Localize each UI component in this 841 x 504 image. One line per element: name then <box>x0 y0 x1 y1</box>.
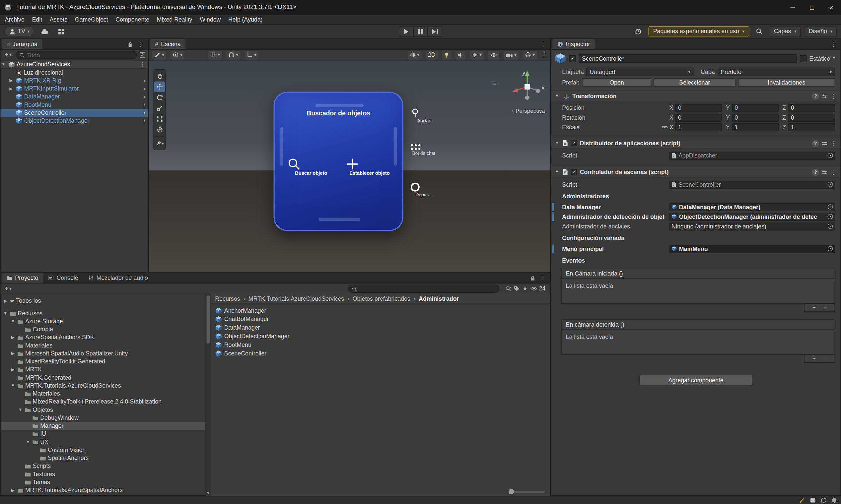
favorites-star-icon[interactable]: ★ <box>522 286 527 292</box>
close-icon[interactable]: × <box>822 0 841 15</box>
rotation-y-field[interactable]: 0 <box>732 113 778 121</box>
more-icon[interactable]: ⋮ <box>830 169 836 175</box>
breadcrumb-item[interactable]: MRTK.Tutorials.AzureCloudServices <box>248 296 344 302</box>
enabled-checkbox[interactable]: ✓ <box>571 140 577 146</box>
object-picker-icon[interactable] <box>828 214 833 219</box>
search-pick-icon[interactable] <box>139 52 145 58</box>
add-asset-button[interactable]: + ▾ <box>3 285 13 293</box>
more-icon[interactable]: ⋮ <box>830 41 836 47</box>
script-object-field[interactable]: # SceneController <box>669 180 835 188</box>
hierarchy-search[interactable] <box>16 51 137 59</box>
tag-dropdown[interactable]: Untagged ▾ <box>586 68 694 76</box>
gameobject-name-field[interactable]: SceneController <box>579 54 797 63</box>
move-tool[interactable] <box>154 82 165 92</box>
gizmos-dropdown[interactable]: ▾ <box>523 51 537 59</box>
hierarchy-item-prefab[interactable]: ▶ MRTK XR Rig › <box>1 77 148 85</box>
tree-item[interactable]: Materiales <box>1 390 205 398</box>
grid-visibility-dropdown[interactable]: ▾ <box>208 51 222 59</box>
lock-icon[interactable] <box>128 41 133 47</box>
layout-dropdown[interactable]: Diseño ▾ <box>805 26 837 36</box>
remove-event-button[interactable]: − <box>823 356 827 362</box>
favorites-item[interactable]: ▶ ★ Todos los <box>1 297 205 305</box>
tree-item[interactable]: MixedRealityToolkit.Generated <box>1 357 205 365</box>
more-icon[interactable]: ⋮ <box>830 140 836 146</box>
menu-assets[interactable]: Assets <box>46 15 71 24</box>
tree-item[interactable]: ▼MRTK.Tutorials.AzureCloudServices <box>1 382 205 390</box>
menu-help[interactable]: Help (Ayuda) <box>225 15 266 24</box>
scroll-down-icon[interactable]: ▼ <box>206 491 210 496</box>
tree-item[interactable]: ▶MRTK.Tutorials.AzureSpatialAnchors <box>1 486 205 494</box>
file-item[interactable]: AnchorManager <box>211 306 550 315</box>
tree-item[interactable]: Spatial Anchors <box>1 454 205 462</box>
rotation-z-field[interactable]: 0 <box>788 113 835 121</box>
anchor-button[interactable]: Anclar <box>410 108 438 123</box>
more-icon[interactable]: ⋮ <box>541 52 547 58</box>
hand-tool[interactable] <box>154 71 165 81</box>
add-event-button[interactable]: + <box>812 356 816 362</box>
object-field[interactable]: DataManager (Data Manager) <box>669 203 835 211</box>
account-dropdown[interactable]: TV ▾ <box>4 26 35 36</box>
set-object-button[interactable]: Establecer objeto <box>345 157 394 176</box>
rotation-x-field[interactable]: 0 <box>676 113 722 121</box>
maximize-icon[interactable]: □ <box>803 0 822 15</box>
prefab-select-button[interactable]: Seleccionar <box>654 78 735 87</box>
add-gameobject-button[interactable]: + ▾ <box>3 51 13 59</box>
menu-edit[interactable]: Edit <box>28 15 46 24</box>
tab-jerarquia[interactable]: ≡ Jerarquía <box>2 39 42 49</box>
lock-icon[interactable] <box>530 275 535 281</box>
tree-item[interactable]: Scripts <box>1 462 205 470</box>
script-object-field[interactable]: # AppDispatcher <box>669 151 835 160</box>
foldout-icon[interactable]: ▼ <box>554 170 560 174</box>
scene-lighting-toggle[interactable] <box>442 51 451 59</box>
console-status-icon[interactable] <box>810 497 816 503</box>
presets-icon[interactable] <box>822 169 828 175</box>
scrollbar-thumb[interactable] <box>206 295 210 344</box>
remove-event-button[interactable]: − <box>823 305 827 311</box>
pivot-dropdown[interactable]: ▾ <box>171 51 185 59</box>
open-prefab-icon[interactable]: › <box>143 110 145 116</box>
minimize-icon[interactable]: ─ <box>783 0 802 15</box>
tree-item[interactable]: MixedRealityToolkit.Prerelease.2.4.0.Sta… <box>1 398 205 406</box>
object-field[interactable]: ObjectDetectionManager (administrador de… <box>669 213 835 220</box>
tab-proyecto[interactable]: Proyecto <box>2 273 43 283</box>
custom-tool-dropdown[interactable]: ▾ <box>154 138 165 148</box>
menu-archivo[interactable]: Archivo <box>1 15 28 24</box>
label-icon[interactable] <box>514 286 520 292</box>
effects-dropdown[interactable]: ▾ <box>470 51 484 59</box>
app-dispatcher-component-header[interactable]: ▼ # ✓ Distribuidor de aplicaciones (scri… <box>551 138 840 148</box>
event-header[interactable]: En Cámara iniciada () <box>562 269 835 279</box>
chatbot-button[interactable]: Bot de chat <box>410 143 438 156</box>
tree-scrollbar[interactable]: ▼ <box>205 294 211 497</box>
shading-mode-dropdown[interactable]: ▾ <box>407 51 421 59</box>
file-item[interactable]: ObjectDetectionManager <box>211 332 550 341</box>
prefab-overrides-button[interactable]: Invalidaciones <box>738 78 835 87</box>
transform-tool[interactable] <box>154 124 165 135</box>
more-icon[interactable]: ⋮ <box>140 62 145 67</box>
open-prefab-icon[interactable]: › <box>143 118 145 124</box>
tree-item[interactable]: ▶Microsoft.SpatialAudio.Spatializer.Unit… <box>1 349 205 357</box>
object-picker-icon[interactable] <box>828 246 833 251</box>
play-button[interactable] <box>399 26 414 37</box>
foldout-icon[interactable]: ▼ <box>554 94 560 98</box>
menu-window[interactable]: Window <box>196 15 225 24</box>
object-picker-icon[interactable] <box>828 153 833 158</box>
2d-mode-toggle[interactable]: 2D <box>426 51 438 59</box>
position-y-field[interactable]: 0 <box>732 104 778 112</box>
file-item[interactable]: RootMenu <box>211 341 550 349</box>
hierarchy-search-input[interactable] <box>27 52 133 58</box>
foldout-icon[interactable]: ▶ <box>8 78 14 83</box>
search-filter-icon[interactable] <box>505 286 511 292</box>
more-icon[interactable]: ⋮ <box>830 93 836 99</box>
tree-item[interactable]: ▼Recursos <box>1 309 205 317</box>
object-picker-icon[interactable] <box>828 182 833 187</box>
debug-button[interactable]: Depurar <box>410 182 438 197</box>
more-icon[interactable]: ⋮ <box>540 41 546 47</box>
menu-componente[interactable]: Componente <box>112 15 153 24</box>
tree-item[interactable]: Comple <box>1 325 205 333</box>
tool-settings-dropdown[interactable]: ▾ <box>152 51 166 59</box>
camera-overlay-menu-icon[interactable]: ≡ <box>493 80 497 86</box>
object-field[interactable]: MainMenu <box>669 245 835 253</box>
hidden-count-badge[interactable]: 24 <box>530 286 548 292</box>
project-search[interactable] <box>348 285 499 292</box>
search-button[interactable] <box>753 26 766 36</box>
